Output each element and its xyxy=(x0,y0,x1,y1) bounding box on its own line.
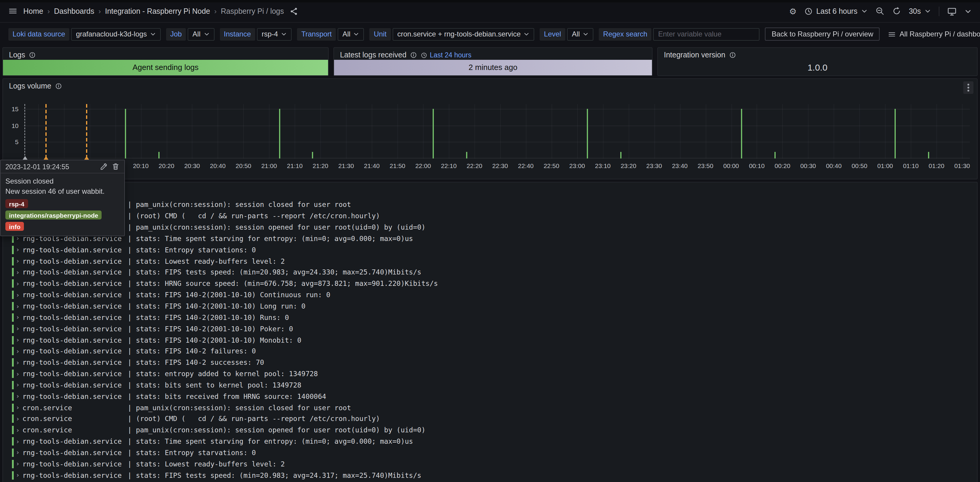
variable-dropdown[interactable]: All xyxy=(188,28,214,40)
log-row[interactable]: › rng-tools-debian.service | stats: Time… xyxy=(3,233,977,244)
expand-chevron-icon[interactable]: › xyxy=(16,460,22,468)
log-row[interactable]: › rng-tools-debian.service | stats: Entr… xyxy=(3,244,977,255)
menu-icon[interactable] xyxy=(8,6,18,16)
log-service-name: rng-tools-debian.service xyxy=(22,336,127,344)
expand-chevron-icon[interactable]: › xyxy=(16,280,22,288)
chevron-down-icon xyxy=(583,31,589,37)
variable-dropdown[interactable]: cron.service + rng-tools-debian.service xyxy=(393,28,535,40)
refresh-icon[interactable] xyxy=(892,6,901,16)
x-axis-tick: 22:40 xyxy=(513,162,539,169)
annotation-tag[interactable]: info xyxy=(5,222,24,231)
expand-chevron-icon[interactable]: › xyxy=(16,370,22,378)
chevron-down-icon[interactable] xyxy=(964,8,972,14)
log-row[interactable]: › rng-tools-debian.service | stats: FIPS… xyxy=(3,323,977,335)
log-row[interactable]: › cron.service | (root) CMD ( cd / && ru… xyxy=(3,413,977,425)
settings-gear-icon[interactable]: ⚙ xyxy=(789,7,797,15)
divider xyxy=(939,6,939,16)
expand-chevron-icon[interactable]: › xyxy=(16,257,22,265)
log-row[interactable]: › rng-tools-debian.service | stats: FIPS… xyxy=(3,346,977,357)
expand-chevron-icon[interactable]: › xyxy=(16,381,22,389)
x-axis-tick: 22:30 xyxy=(487,162,513,169)
log-row[interactable]: › rng-tools-debian.service | stats: Lowe… xyxy=(3,255,977,267)
annotation-tag[interactable]: integrations/raspberrypi-node xyxy=(5,211,102,219)
filter-bar: Loki data source grafanacloud-k3d-logs J… xyxy=(0,23,980,45)
info-icon[interactable] xyxy=(29,51,36,59)
log-row[interactable]: › rng-tools-debian.service | stats: FIPS… xyxy=(3,357,977,369)
log-row[interactable]: › cron.service | pam_unix(cron:session):… xyxy=(3,402,977,413)
expand-chevron-icon[interactable]: › xyxy=(16,302,22,310)
log-row[interactable]: › rng-tools-debian.service | stats: FIPS… xyxy=(3,334,977,346)
info-icon[interactable] xyxy=(55,83,62,90)
refresh-interval-picker[interactable]: 30s xyxy=(909,7,931,15)
variable-dropdown[interactable]: grafanacloud-k3d-logs xyxy=(71,28,161,40)
breadcrumb-item[interactable]: Raspberry Pi / logs xyxy=(221,7,284,15)
expand-chevron-icon[interactable]: › xyxy=(16,437,22,445)
variable-dropdown[interactable]: All xyxy=(337,28,364,40)
log-row[interactable]: › cron.service | pam_unix(cron:session):… xyxy=(3,425,977,436)
breadcrumb-item[interactable]: Dashboards xyxy=(54,7,94,15)
expand-chevron-icon[interactable]: › xyxy=(16,246,22,254)
log-row[interactable]: › rng-tools-debian.service | stats: FIPS… xyxy=(3,312,977,323)
log-row[interactable]: › rng-tools-debian.service | stats: Entr… xyxy=(3,447,977,458)
expand-chevron-icon[interactable]: › xyxy=(16,359,22,366)
variable-dropdown[interactable]: rsp-4 xyxy=(257,28,292,40)
expand-chevron-icon[interactable]: › xyxy=(16,426,22,434)
x-gridline xyxy=(757,104,757,158)
annotation-marker[interactable] xyxy=(23,156,28,160)
delete-trash-icon[interactable] xyxy=(112,163,119,171)
expand-chevron-icon[interactable]: › xyxy=(16,268,22,276)
variable-dropdown[interactable]: All xyxy=(567,28,594,40)
log-message: | stats: FIPS 140-2(2001-10-10) Long run… xyxy=(127,302,305,310)
all-dashboards-link[interactable]: All Raspberry Pi / dashboards xyxy=(888,30,980,38)
log-row[interactable]: › rng-tools-debian.service | stats: FIPS… xyxy=(3,267,977,278)
log-row[interactable]: › rng-tools-debian.service | stats: HRNG… xyxy=(3,278,977,289)
log-row[interactable]: › cron.service | (root) CMD ( cd / && ru… xyxy=(3,211,977,222)
x-gridline xyxy=(398,104,398,158)
log-row[interactable]: › rng-tools-debian.service | stats: FIPS… xyxy=(3,289,977,301)
breadcrumb-item[interactable]: Integration - Raspberry Pi Node xyxy=(105,7,210,15)
log-level-indicator xyxy=(12,336,13,344)
back-to-overview-button[interactable]: Back to Raspberry Pi / overview xyxy=(765,27,880,41)
log-message: | pam_unix(cron:session): session opened… xyxy=(127,223,425,231)
expand-chevron-icon[interactable]: › xyxy=(16,415,22,423)
info-icon[interactable] xyxy=(729,51,736,59)
panel-time-range-link[interactable]: Last 24 hours xyxy=(421,51,471,59)
regex-search-input[interactable] xyxy=(654,28,760,40)
x-gridline xyxy=(577,104,578,158)
expand-chevron-icon[interactable]: › xyxy=(16,336,22,344)
annotation-tag[interactable]: rsp-4 xyxy=(5,199,28,208)
expand-chevron-icon[interactable]: › xyxy=(16,325,22,332)
panel-menu-kebab-icon[interactable] xyxy=(963,81,974,94)
expand-chevron-icon[interactable]: › xyxy=(16,404,22,412)
x-gridline xyxy=(423,104,424,158)
share-icon[interactable] xyxy=(290,7,298,15)
breadcrumb-item[interactable]: Home xyxy=(23,7,43,15)
expand-chevron-icon[interactable]: › xyxy=(16,449,22,456)
expand-chevron-icon[interactable]: › xyxy=(16,393,22,401)
zoom-out-icon[interactable] xyxy=(875,6,885,16)
info-icon[interactable] xyxy=(410,51,417,59)
edit-pencil-icon[interactable] xyxy=(100,163,108,171)
annotation-marker[interactable] xyxy=(84,156,89,160)
expand-chevron-icon[interactable]: › xyxy=(16,291,22,299)
log-row[interactable]: › rng-tools-debian.service | stats: Time… xyxy=(3,436,977,447)
log-rows: › cron.service | pam_unix(cron:session):… xyxy=(3,199,977,481)
annotation-marker[interactable] xyxy=(43,156,48,160)
log-service-name: rng-tools-debian.service xyxy=(22,460,127,468)
log-row[interactable]: › rng-tools-debian.service | stats: FIPS… xyxy=(3,470,977,481)
expand-chevron-icon[interactable]: › xyxy=(16,348,22,355)
expand-chevron-icon[interactable]: › xyxy=(16,471,22,479)
kiosk-monitor-icon[interactable] xyxy=(947,6,957,16)
time-range-picker[interactable]: Last 6 hours xyxy=(804,7,868,15)
x-axis-tick: 21:20 xyxy=(307,162,334,169)
x-gridline xyxy=(141,104,141,158)
log-row[interactable]: › cron.service | pam_unix(cron:session):… xyxy=(3,222,977,233)
log-row[interactable]: › rng-tools-debian.service | stats: bits… xyxy=(3,380,977,391)
log-row[interactable]: › rng-tools-debian.service | stats: FIPS… xyxy=(3,300,977,312)
log-row[interactable]: › rng-tools-debian.service | stats: entr… xyxy=(3,368,977,380)
log-row[interactable]: › cron.service | pam_unix(cron:session):… xyxy=(3,199,977,211)
log-row[interactable]: › rng-tools-debian.service | stats: bits… xyxy=(3,391,977,402)
expand-chevron-icon[interactable]: › xyxy=(16,314,22,321)
x-gridline xyxy=(346,104,347,158)
log-row[interactable]: › rng-tools-debian.service | stats: Lowe… xyxy=(3,458,977,470)
